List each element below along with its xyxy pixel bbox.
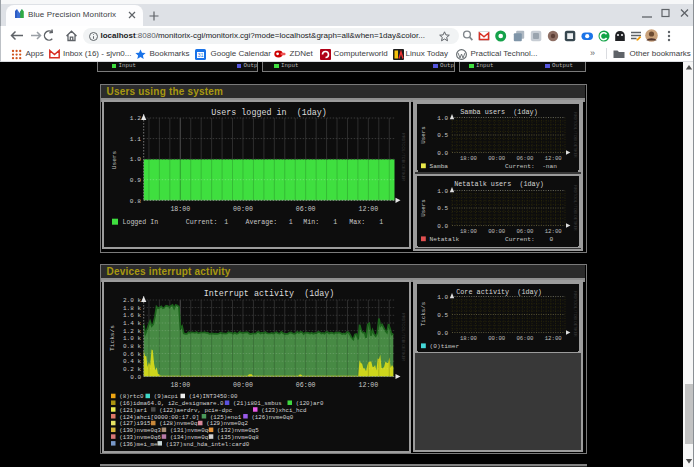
svg-text:31: 31 — [197, 52, 203, 58]
svg-text:Logged In: Logged In — [122, 219, 158, 226]
svg-text:1.6 k: 1.6 k — [122, 312, 140, 319]
svg-text:1.0: 1.0 — [437, 114, 448, 121]
svg-text:1: 1 — [333, 219, 337, 226]
svg-text:06:00: 06:00 — [516, 155, 534, 162]
svg-text:RRDTOOL / TOBI OETIKER: RRDTOOL / TOBI OETIKER — [573, 112, 577, 158]
svg-text:1.0: 1.0 — [129, 156, 140, 163]
svg-text:0.4 k: 0.4 k — [122, 358, 140, 365]
svg-text:00:00: 00:00 — [488, 155, 506, 162]
svg-text:Average:: Average: — [245, 219, 277, 226]
svg-text:12:00: 12:00 — [358, 382, 378, 389]
svg-text:1.0: 1.0 — [437, 293, 448, 300]
svg-text:Users logged in (1day): Users logged in (1day) — [211, 108, 327, 118]
svg-text:00:00: 00:00 — [488, 335, 506, 342]
svg-text:18:00: 18:00 — [170, 206, 190, 213]
svg-text:0.0: 0.0 — [130, 374, 141, 381]
svg-text:18:00: 18:00 — [460, 228, 478, 235]
svg-text:Users: Users — [420, 126, 427, 143]
svg-text:1.8 k: 1.8 k — [122, 305, 140, 312]
svg-text:Samba users (1day): Samba users (1day) — [460, 108, 538, 116]
svg-text:06:00: 06:00 — [295, 206, 315, 213]
svg-text:1.0: 1.0 — [437, 188, 448, 195]
svg-text:Users: Users — [420, 199, 427, 216]
svg-text:00:00: 00:00 — [488, 228, 506, 235]
svg-text:0.0: 0.0 — [437, 329, 448, 336]
svg-text:0.2 k: 0.2 k — [122, 366, 140, 373]
svg-text:1.2: 1.2 — [129, 115, 140, 122]
svg-text:Samba: Samba — [430, 163, 449, 170]
svg-text:Ticks/s: Ticks/s — [420, 301, 427, 325]
svg-text:0.5: 0.5 — [437, 205, 448, 212]
svg-text:RRDTOOL / TOBI OETIKER: RRDTOOL / TOBI OETIKER — [401, 313, 405, 361]
svg-text:Current: -nan: Current: -nan — [505, 163, 557, 170]
svg-text:0.8: 0.8 — [129, 198, 140, 205]
svg-text:0.5: 0.5 — [437, 311, 448, 318]
svg-text:RRDTOOL / TOBI OETIKER: RRDTOOL / TOBI OETIKER — [573, 185, 577, 231]
svg-text:Interrupt activity (1day): Interrupt activity (1day) — [203, 289, 334, 299]
svg-text:Core activity (1day): Core activity (1day) — [456, 288, 542, 296]
svg-text:00:00: 00:00 — [233, 206, 253, 213]
svg-text:06:00: 06:00 — [516, 228, 534, 235]
svg-text:0.8 k: 0.8 k — [122, 343, 140, 350]
svg-text:0.9: 0.9 — [129, 177, 140, 184]
svg-text:0.6 k: 0.6 k — [122, 351, 140, 358]
svg-text:Netatalk users (1day): Netatalk users (1day) — [454, 180, 544, 188]
svg-text:(126)nvme0q0: (126)nvme0q0 — [251, 414, 293, 421]
svg-text:2.0 k: 2.0 k — [122, 297, 140, 304]
svg-text:18:00: 18:00 — [170, 382, 190, 389]
svg-text:(137)snd_hda_intel:card0: (137)snd_hda_intel:card0 — [165, 441, 249, 448]
svg-text:1: 1 — [288, 219, 292, 226]
svg-text:0.0: 0.0 — [437, 223, 448, 230]
svg-text:1: 1 — [224, 219, 228, 226]
svg-text:RRDTOOL / TOBI OETIKER: RRDTOOL / TOBI OETIKER — [401, 133, 405, 181]
svg-text:06:00: 06:00 — [295, 382, 315, 389]
svg-text:18:00: 18:00 — [460, 335, 478, 342]
svg-text:12:00: 12:00 — [545, 335, 563, 342]
svg-text:Current:: Current: — [185, 219, 217, 226]
svg-text:Max:: Max: — [349, 219, 365, 226]
svg-text:(0)timer: (0)timer — [430, 343, 460, 350]
svg-text:1.0 k: 1.0 k — [122, 335, 140, 342]
svg-text:Netatalk: Netatalk — [430, 236, 460, 243]
svg-text:12:00: 12:00 — [545, 228, 563, 235]
svg-text:12:00: 12:00 — [545, 155, 563, 162]
svg-text:RRDTOOL / TOBI OETIKER: RRDTOOL / TOBI OETIKER — [573, 291, 577, 337]
svg-text:00:00: 00:00 — [233, 382, 253, 389]
svg-text:Ticks/s: Ticks/s — [109, 325, 116, 351]
svg-text:Min:: Min: — [303, 219, 319, 226]
svg-text:12:00: 12:00 — [358, 206, 378, 213]
svg-text:(136)mei_me: (136)mei_me — [119, 441, 158, 448]
svg-text:06:00: 06:00 — [516, 335, 534, 342]
svg-text:1: 1 — [379, 219, 383, 226]
svg-text:18:00: 18:00 — [460, 155, 478, 162]
svg-text:Users: Users — [111, 150, 118, 169]
svg-text:1.1: 1.1 — [129, 136, 140, 143]
svg-text:1.4 k: 1.4 k — [122, 320, 140, 327]
svg-text:0.5: 0.5 — [437, 132, 448, 139]
svg-text:0.0: 0.0 — [437, 149, 448, 156]
svg-text:1.2 k: 1.2 k — [122, 328, 140, 335]
svg-text:Current: 0: Current: 0 — [505, 236, 554, 243]
